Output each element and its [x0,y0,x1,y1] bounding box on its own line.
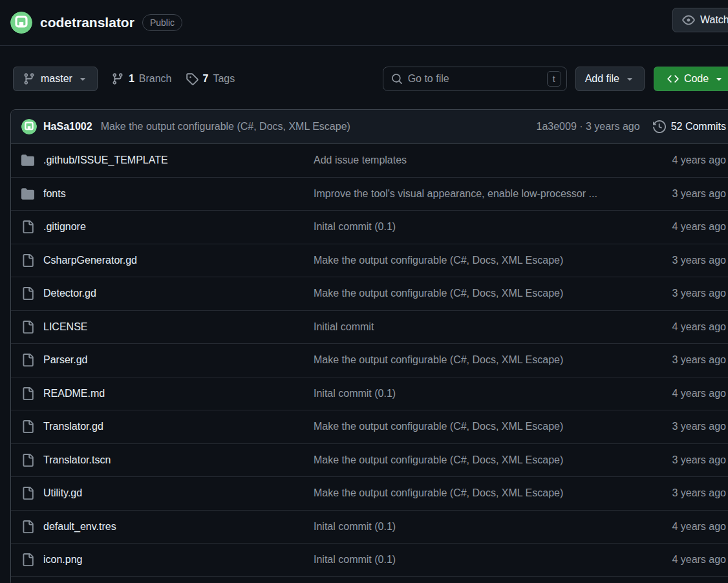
file-link[interactable]: .github/ISSUE_TEMPLATE [43,154,168,166]
file-commit-time: 4 years ago [629,221,726,233]
folder-icon [21,187,34,200]
file-icon [21,220,34,233]
commits-count-label: 52 Commits [671,121,726,132]
file-rows: .github/ISSUE_TEMPLATEAdd issue template… [11,144,728,577]
file-icon [21,420,34,433]
file-link[interactable]: Parser.gd [43,354,87,366]
file-link[interactable]: CsharpGenerator.gd [43,255,137,266]
file-commit-message[interactable]: Make the output configurable (C#, Docs, … [314,288,629,299]
file-commit-time: 3 years ago [629,288,726,299]
file-commit-message[interactable]: Initial commit [314,321,629,333]
file-icon [21,254,34,267]
add-file-button[interactable]: Add file [575,67,645,91]
current-branch-label: master [41,73,72,85]
file-icon [21,321,34,334]
commit-sha-time[interactable]: 1a3e009 · 3 years ago [537,121,640,132]
file-commit-time: 3 years ago [629,354,726,366]
file-link[interactable]: Utility.gd [43,487,82,499]
branch-selector[interactable]: master [13,67,98,91]
file-commit-message[interactable]: Make the output configurable (C#, Docs, … [314,421,629,432]
file-link[interactable]: .gitignore [43,221,86,233]
search-icon [391,73,403,85]
tags-link[interactable]: 7 Tags [186,72,235,85]
file-link[interactable]: README.md [43,388,105,399]
file-commit-time: 4 years ago [629,554,726,566]
tags-label: Tags [213,73,235,85]
file-icon [21,487,34,500]
file-row: Translator.tscnMake the output configura… [11,444,728,478]
file-row: Parser.gdMake the output configurable (C… [11,344,728,377]
file-name-cell: Utility.gd [21,487,314,500]
watch-label: Watch [700,14,728,26]
file-name-cell: LICENSE [21,321,314,334]
file-commit-time: 3 years ago [629,487,726,499]
file-commit-message[interactable]: Make the output configurable (C#, Docs, … [314,487,629,499]
file-commit-message[interactable]: Make the output configurable (C#, Docs, … [314,354,629,366]
chevron-down-icon [714,74,724,84]
branches-link[interactable]: 1 Branch [111,72,172,85]
file-icon [21,387,34,400]
file-name-cell: .github/ISSUE_TEMPLATE [21,154,314,167]
file-link[interactable]: Detector.gd [43,288,96,299]
file-row: README.mdInital commit (0.1)4 years ago [11,377,728,411]
file-row: .github/ISSUE_TEMPLATEAdd issue template… [11,144,728,178]
file-link[interactable]: fonts [43,188,66,200]
code-label: Code [684,73,709,85]
file-name-cell: README.md [21,387,314,400]
file-commit-message[interactable]: Make the output configurable (C#, Docs, … [314,255,629,266]
file-row: LICENSEInitial commit4 years ago [11,311,728,344]
add-file-label: Add file [585,73,619,85]
file-icon [21,454,34,467]
file-link[interactable]: LICENSE [43,321,87,333]
file-link[interactable]: Translator.gd [43,421,103,432]
commit-history-link[interactable]: 52 Commits [653,120,726,133]
file-icon [21,520,34,533]
file-link[interactable]: icon.png [43,554,83,566]
file-commit-message[interactable]: Inital commit (0.1) [314,221,629,233]
file-icon [21,354,34,366]
file-commit-message[interactable]: Inital commit (0.1) [314,388,629,399]
repo-name[interactable]: codetranslator [40,15,134,30]
file-commit-message[interactable]: Inital commit (0.1) [314,554,629,566]
file-row: CsharpGenerator.gdMake the output config… [11,244,728,278]
watch-button[interactable]: Watch [672,8,728,32]
file-commit-time: 4 years ago [629,154,726,166]
file-name-cell: .gitignore [21,220,314,233]
table-tail [11,577,728,583]
code-button[interactable]: Code [654,67,728,91]
file-name-cell: CsharpGenerator.gd [21,254,314,267]
file-link[interactable]: Translator.tscn [43,454,111,466]
file-commit-time: 3 years ago [629,421,726,432]
file-name-cell: Detector.gd [21,287,314,300]
file-commit-time: 4 years ago [629,321,726,333]
file-commit-message[interactable]: Inital commit (0.1) [314,521,629,533]
file-name-cell: Parser.gd [21,354,314,366]
file-name-cell: default_env.tres [21,520,314,533]
file-link[interactable]: default_env.tres [43,521,116,533]
file-row: Utility.gdMake the output configurable (… [11,477,728,511]
file-row: .gitignoreInital commit (0.1)4 years ago [11,211,728,244]
commit-author[interactable]: HaSa1002 [43,121,92,132]
file-commit-time: 4 years ago [629,388,726,399]
chevron-down-icon [78,74,88,84]
git-branch-icon [23,72,36,85]
shortcut-key-hint: t [547,71,561,87]
file-commit-message[interactable]: Improve the tool's visual appearance, en… [314,188,629,200]
file-commit-time: 4 years ago [629,521,726,533]
tags-count: 7 [203,73,209,85]
goto-file-search[interactable]: t [383,67,567,91]
file-row: fontsImprove the tool's visual appearanc… [11,178,728,211]
goto-file-input[interactable] [408,73,542,85]
eye-icon [682,14,695,26]
file-commit-message[interactable]: Make the output configurable (C#, Docs, … [314,454,629,466]
repo-avatar[interactable] [10,12,32,34]
file-commit-message[interactable]: Add issue templates [314,154,629,166]
git-branch-icon [111,72,124,85]
branches-count: 1 [129,73,134,85]
latest-commit-bar: HaSa1002 Make the output configurable (C… [11,110,728,144]
file-commit-time: 3 years ago [629,255,726,266]
commit-author-avatar[interactable] [21,119,37,134]
file-row: default_env.tresInital commit (0.1)4 yea… [11,511,728,544]
tag-icon [186,72,198,85]
commit-message[interactable]: Make the output configurable (C#, Docs, … [101,121,526,132]
